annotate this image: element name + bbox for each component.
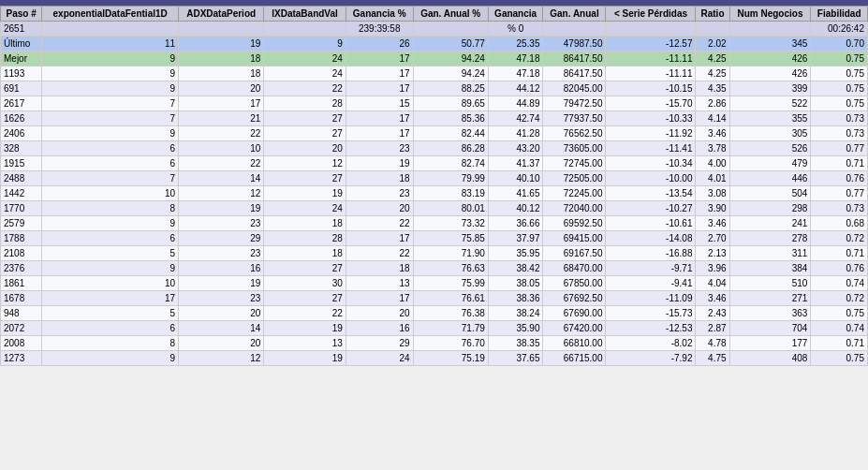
cell-col10: 271 (729, 291, 811, 306)
cell-col2: 23 (179, 246, 264, 261)
cell-paso: 1770 (1, 201, 42, 216)
cell-col7: 79472.50 (543, 96, 606, 111)
cell-col1: 17 (42, 291, 179, 306)
table-row: 1442 10 12 19 23 83.19 41.65 72245.00 -1… (1, 186, 868, 201)
cell-col8: -9.71 (606, 261, 696, 276)
cell-col6: 40.10 (488, 171, 543, 186)
cell-col6: 43.20 (488, 141, 543, 156)
cell-col7: 72245.00 (543, 186, 606, 201)
cell-col9: 4.01 (696, 171, 729, 186)
cell-col5: 73.32 (413, 216, 488, 231)
cell-col4: 24 (346, 351, 413, 366)
results-table: Paso # exponentialDataFential1D ADXDataP… (0, 6, 868, 366)
col-ganancia: Ganancia (488, 7, 543, 22)
cell-col7: 68470.00 (543, 261, 606, 276)
cell-col4: 19 (346, 156, 413, 171)
cell-col3: 12 (264, 156, 346, 171)
cell-col5: 94.24 (413, 66, 488, 81)
cell-col4: 22 (346, 216, 413, 231)
cell-paso: 2617 (1, 96, 42, 111)
cell-col4: 18 (346, 261, 413, 276)
cell-col9: 4.35 (696, 81, 729, 96)
cell-col10: 704 (729, 321, 811, 336)
cell-col8: -16.88 (606, 246, 696, 261)
cell-col11: 0.72 (811, 231, 868, 246)
cell-col9: 3.90 (696, 201, 729, 216)
cell-col4: 15 (346, 96, 413, 111)
col-ratio: Ratio (696, 7, 729, 22)
cell-col1: 9 (42, 351, 179, 366)
cell-col8: -12.53 (606, 321, 696, 336)
cell-col6: 38.35 (488, 336, 543, 351)
cell-col3: 22 (264, 306, 346, 321)
cell-col9: 3.46 (696, 291, 729, 306)
cell-paso: 1442 (1, 186, 42, 201)
cell-col1: 6 (42, 231, 179, 246)
cell-paso: 1678 (1, 291, 42, 306)
cell-col5: 71.90 (413, 246, 488, 261)
cell-col4: 26 (346, 37, 413, 51)
cell-col10: 363 (729, 306, 811, 321)
cell-col6: 47.18 (488, 66, 543, 81)
cell-col8: -11.92 (606, 126, 696, 141)
cell-col2: 12 (179, 186, 264, 201)
table-row: 691 9 20 22 17 88.25 44.12 82045.00 -10.… (1, 81, 868, 96)
cell-col6: 35.95 (488, 246, 543, 261)
cell-col4: 20 (346, 201, 413, 216)
table-row: 328 6 10 20 23 86.28 43.20 73605.00 -11.… (1, 141, 868, 156)
table-row: 1861 10 19 30 13 75.99 38.05 67850.00 -9… (1, 276, 868, 291)
cell-col1: 9 (42, 81, 179, 96)
cell-col5: 76.61 (413, 291, 488, 306)
cell-col3 (264, 22, 346, 37)
cell-col11: 0.72 (811, 291, 868, 306)
cell-col8: -10.34 (606, 156, 696, 171)
cell-col8: -11.11 (606, 51, 696, 66)
cell-col7: 73605.00 (543, 141, 606, 156)
cell-col9: 3.96 (696, 261, 729, 276)
cell-col6: 41.37 (488, 156, 543, 171)
cell-col1: 8 (42, 201, 179, 216)
cell-col6: 42.74 (488, 111, 543, 126)
table-row: 2579 9 23 18 22 73.32 36.66 69592.50 -10… (1, 216, 868, 231)
cell-col2: 12 (179, 351, 264, 366)
cell-col7: 67692.50 (543, 291, 606, 306)
table-row: 2617 7 17 28 15 89.65 44.89 79472.50 -15… (1, 96, 868, 111)
cell-col1: 5 (42, 246, 179, 261)
table-row: 2651 239:39:58 % 0 00:26:42 (1, 22, 868, 37)
cell-col4: 20 (346, 306, 413, 321)
cell-col10: 526 (729, 141, 811, 156)
table-row: 1788 6 29 28 17 75.85 37.97 69415.00 -14… (1, 231, 868, 246)
cell-col6: 40.12 (488, 201, 543, 216)
cell-col3: 18 (264, 216, 346, 231)
cell-col8: -8.02 (606, 336, 696, 351)
cell-paso: Último (1, 37, 42, 51)
col-num-neg: Num Negocios (729, 7, 811, 22)
cell-col3: 27 (264, 126, 346, 141)
cell-col6: 37.65 (488, 351, 543, 366)
cell-col7: 67690.00 (543, 306, 606, 321)
table-row-mejor: Mejor 9 18 24 17 94.24 47.18 86417.50 -1… (1, 51, 868, 66)
cell-col8: -11.09 (606, 291, 696, 306)
cell-paso: 1193 (1, 66, 42, 81)
cell-col2: 19 (179, 201, 264, 216)
cell-col2: 22 (179, 126, 264, 141)
cell-col1: 10 (42, 276, 179, 291)
cell-col3: 28 (264, 96, 346, 111)
cell-col7: 69592.50 (543, 216, 606, 231)
cell-col10: 479 (729, 156, 811, 171)
cell-col6: 25.35 (488, 37, 543, 51)
table-row: 1626 7 21 27 17 85.36 42.74 77937.50 -10… (1, 111, 868, 126)
cell-col5: 82.74 (413, 156, 488, 171)
cell-col1: 11 (42, 37, 179, 51)
cell-col6: 44.12 (488, 81, 543, 96)
cell-col2: 20 (179, 336, 264, 351)
cell-paso: 1626 (1, 111, 42, 126)
cell-col11: 0.73 (811, 111, 868, 126)
cell-col7: 72040.00 (543, 201, 606, 216)
table-row: 1915 6 22 12 19 82.74 41.37 72745.00 -10… (1, 156, 868, 171)
cell-col11: 0.75 (811, 81, 868, 96)
cell-col11: 0.76 (811, 171, 868, 186)
cell-col1: 9 (42, 51, 179, 66)
cell-col1: 9 (42, 261, 179, 276)
cell-paso: 2651 (1, 22, 42, 37)
